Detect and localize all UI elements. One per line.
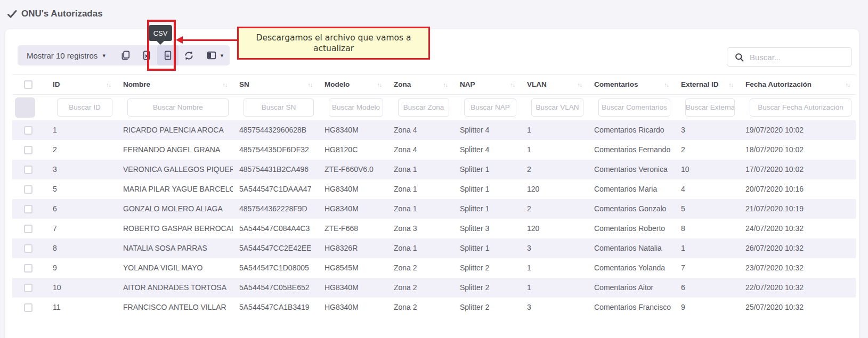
filter-input-nap[interactable] <box>464 98 516 117</box>
refresh-button[interactable] <box>179 45 200 65</box>
cell-vlan: 1 <box>521 120 588 140</box>
cell-external-id: 1 <box>675 238 739 258</box>
row-checkbox[interactable] <box>24 126 33 135</box>
table-row: 6GONZALO MOLERO ALIAGA4857544362228F9DHG… <box>12 199 856 219</box>
column-header-nap[interactable]: NAP↑↓ <box>453 75 521 95</box>
row-checkbox[interactable] <box>24 244 33 253</box>
sort-icon: ↑↓ <box>510 81 515 88</box>
row-select-cell <box>12 179 46 199</box>
column-header-vlan[interactable]: VLAN↑↓ <box>521 75 588 95</box>
filter-input-zona[interactable] <box>398 98 449 117</box>
cell-id: 5 <box>46 179 117 199</box>
search-box <box>727 47 852 67</box>
cell-id: 3 <box>46 160 117 179</box>
column-label: NAP <box>460 80 475 88</box>
table-row: 2FERNANDO ANGEL GRANA485754435DF6DF32HG8… <box>12 140 856 160</box>
row-checkbox[interactable] <box>24 284 33 292</box>
cell-nap: Splitter 1 <box>453 160 521 179</box>
copy-button[interactable] <box>115 45 136 65</box>
cell-id: 10 <box>46 278 117 298</box>
csv-button[interactable] <box>157 45 179 65</box>
cell-modelo: HG8340M <box>318 199 387 219</box>
filter-input-vlan[interactable] <box>531 98 583 117</box>
cell-comentarios: Comentarios Gonzalo <box>588 199 675 219</box>
row-checkbox[interactable] <box>24 146 33 154</box>
column-header-zona[interactable]: Zona↑↓ <box>387 75 453 95</box>
page-title: ONU's Autorizadas <box>7 9 103 19</box>
row-checkbox[interactable] <box>24 264 33 273</box>
table-header-row: ID↑↓Nombre↑↓SN↑↓Modelo↑↓Zona↑↓NAP↑↓VLAN↑… <box>12 75 856 95</box>
filter-input-external-id[interactable] <box>685 98 735 117</box>
cell-modelo: ZTE-F660V6.0 <box>318 160 387 179</box>
column-label: Nombre <box>123 80 150 88</box>
row-checkbox[interactable] <box>24 205 33 213</box>
cell-nap: Splitter 1 <box>453 199 521 219</box>
filter-input-comentarios[interactable] <box>598 98 670 117</box>
column-header-comentarios[interactable]: Comentarios↑↓ <box>588 75 675 95</box>
cell-sn: 5A544547CA1B3419 <box>233 298 318 317</box>
cell-comentarios: Comentarios Yolanda <box>588 258 675 278</box>
cell-fecha-autorizacion: 21/07/2020 10:19 <box>739 199 856 219</box>
row-checkbox[interactable] <box>24 185 33 194</box>
filter-input-nombre[interactable] <box>127 98 229 117</box>
column-header-external-id[interactable]: External ID↑↓ <box>675 75 739 95</box>
cell-id: 7 <box>46 219 117 238</box>
filter-cell-modelo <box>318 95 387 120</box>
select-all-checkbox[interactable] <box>24 80 33 89</box>
onus-table: ID↑↓Nombre↑↓SN↑↓Modelo↑↓Zona↑↓NAP↑↓VLAN↑… <box>12 74 856 317</box>
cell-comentarios: Comentarios Francisco <box>588 298 675 317</box>
cell-fecha-autorizacion: 25/07/2020 10:32 <box>739 298 856 317</box>
cell-nombre: VERONICA GALLEGOS PIQUER <box>117 160 233 179</box>
cell-zona: Zona 1 <box>387 160 453 179</box>
sort-icon: ↑↓ <box>377 81 382 88</box>
cell-nap: Splitter 4 <box>453 140 521 160</box>
cell-external-id: 6 <box>675 278 739 298</box>
length-menu-button[interactable]: Mostrar 10 registros ▾ <box>18 45 115 65</box>
cell-nap: Splitter 2 <box>453 298 521 317</box>
filter-cell-nap <box>453 95 521 120</box>
filter-input-modelo[interactable] <box>329 98 383 117</box>
filter-cell-sn <box>233 95 318 120</box>
cell-zona: Zona 2 <box>387 278 453 298</box>
column-visibility-icon <box>206 50 217 61</box>
row-select-cell <box>12 219 46 238</box>
chevron-down-icon: ▾ <box>102 53 106 59</box>
cell-nombre: YOLANDA VIGIL MAYO <box>117 258 233 278</box>
column-header-nombre[interactable]: Nombre↑↓ <box>117 75 233 95</box>
row-checkbox[interactable] <box>24 166 33 174</box>
table-row: 1RICARDO PALENCIA AROCA485754432960628BH… <box>12 120 856 140</box>
excel-button[interactable] <box>136 45 157 65</box>
cell-fecha-autorizacion: 17/07/2020 10:02 <box>739 160 856 179</box>
cell-sn: 5A544547CC2E42EE <box>233 238 318 258</box>
cell-nombre: ROBERTO GASPAR BERROCAL <box>117 219 233 238</box>
filter-input-id[interactable] <box>57 98 112 117</box>
cell-vlan: 3 <box>521 298 588 317</box>
copy-icon <box>120 50 131 61</box>
cell-sn: 5A544547C1D08005 <box>233 258 318 278</box>
row-checkbox[interactable] <box>24 303 33 312</box>
sort-icon: ↑↓ <box>308 81 313 88</box>
cell-external-id: 5 <box>675 199 739 219</box>
search-input[interactable] <box>750 53 851 62</box>
row-select-cell <box>12 160 46 179</box>
cell-modelo: HG8340M <box>318 278 387 298</box>
column-header-id[interactable]: ID↑↓ <box>46 75 117 95</box>
column-header-sn[interactable]: SN↑↓ <box>233 75 318 95</box>
cell-external-id: 4 <box>675 179 739 199</box>
column-visibility-button[interactable]: ▾ <box>200 45 230 65</box>
select-all-header-cell <box>12 75 46 95</box>
column-header-fecha-autorizacion[interactable]: Fecha Autorización↑↓ <box>739 75 856 95</box>
cell-sn: 485754432960628B <box>233 120 318 140</box>
cell-vlan: 3 <box>521 238 588 258</box>
cell-modelo: ZTE-F668 <box>318 219 387 238</box>
filter-input-fecha-autorizacion[interactable] <box>750 98 851 117</box>
cell-vlan: 1 <box>521 258 588 278</box>
filter-input-sn[interactable] <box>244 98 314 117</box>
column-label: ID <box>53 80 60 88</box>
annotation-note-text: Descargamos el archivo que vamos a actua… <box>246 32 421 54</box>
row-checkbox[interactable] <box>24 225 33 233</box>
cell-nap: Splitter 4 <box>453 120 521 140</box>
cell-id: 1 <box>46 120 117 140</box>
column-header-modelo[interactable]: Modelo↑↓ <box>318 75 387 95</box>
cell-id: 8 <box>46 238 117 258</box>
